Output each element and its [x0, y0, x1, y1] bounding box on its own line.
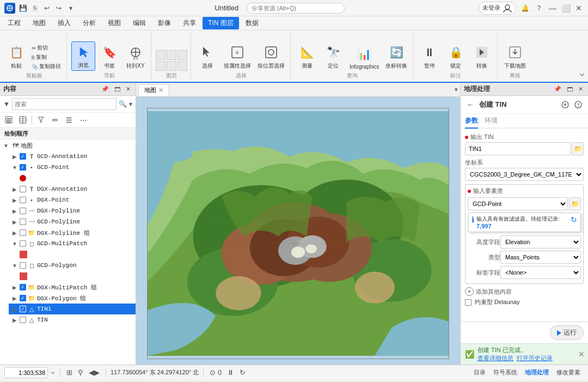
- coord-transform-btn[interactable]: 🔄 坐标转换: [383, 43, 409, 71]
- dgx-point-checkbox[interactable]: [20, 197, 26, 203]
- gcd-multipatch-checkbox[interactable]: [20, 240, 26, 247]
- gcd-polygon-expand[interactable]: ▼: [11, 262, 19, 269]
- dgx-polyline-group-checkbox[interactable]: [20, 229, 26, 236]
- more-options-btn[interactable]: ⋯: [77, 114, 90, 126]
- menu-analysis[interactable]: 分析: [77, 17, 101, 29]
- login-btn[interactable]: 未登录: [479, 2, 516, 15]
- dgx-multipatch-group-expand[interactable]: ▶: [11, 283, 19, 291]
- download-map-btn[interactable]: 下载地图: [502, 43, 528, 71]
- gcd-point-expand[interactable]: ▼: [11, 163, 19, 171]
- dgx-annotation-expand[interactable]: ▶: [11, 185, 19, 193]
- menu-share[interactable]: 共享: [177, 17, 201, 29]
- goto-xy-btn[interactable]: XY 转到XY: [124, 43, 148, 71]
- geo-tab-params[interactable]: 参数: [465, 114, 478, 129]
- tree-item-map[interactable]: ▼ 🗺 地图: [0, 140, 136, 151]
- dgx-point-expand[interactable]: ▶: [11, 196, 19, 204]
- tree-item-dgx-annotation[interactable]: ▶ T DGX-Annotation: [9, 184, 136, 195]
- gcd-annotation-expand[interactable]: ▶: [11, 153, 19, 160]
- geoprocessing-pin-btn[interactable]: 📌: [552, 85, 563, 93]
- undo-btn[interactable]: ↩: [41, 3, 52, 14]
- layer-icon-3[interactable]: [177, 50, 187, 60]
- input-features-select[interactable]: GCD-Point: [468, 197, 568, 210]
- infographics-btn[interactable]: 📊 Infographics: [347, 44, 381, 71]
- tree-item-tin[interactable]: ▶ △ TIN: [9, 314, 136, 325]
- cut-btn[interactable]: ✂ 剪切: [29, 44, 50, 52]
- tree-item-gcd-multipatch[interactable]: ▼ ◻ GCD-MultiPatch: [9, 238, 136, 249]
- refresh-map-btn[interactable]: ↻: [238, 368, 247, 377]
- menu-edit[interactable]: 编辑: [127, 17, 151, 29]
- menu-insert[interactable]: 插入: [52, 17, 76, 29]
- layer-icon-6[interactable]: [177, 61, 187, 71]
- geo-tab-environment[interactable]: 环境: [485, 114, 498, 129]
- tree-item-tin1[interactable]: ▶ ✓ △ TIN1: [9, 304, 136, 314]
- tree-item-dgx-multipatch-group[interactable]: ▶ ✓ 📁 DGX-MultiPatch 组: [9, 282, 136, 293]
- dgx-polygon-group-expand[interactable]: ▶: [11, 294, 19, 302]
- locate-btn[interactable]: 🔭 定位: [321, 43, 345, 71]
- dgx-multipatch-group-checkbox[interactable]: ✓: [20, 284, 26, 290]
- geo-help-btn[interactable]: ?: [573, 99, 584, 110]
- pause-render-btn[interactable]: ⏸: [225, 368, 236, 377]
- select-by-loc-btn[interactable]: 按位置选择: [255, 43, 287, 71]
- layer-icon-5[interactable]: [167, 61, 176, 71]
- help-btn[interactable]: ?: [534, 3, 544, 14]
- copy-btn[interactable]: ⎘ 复制: [29, 53, 49, 62]
- tin-checkbox[interactable]: [20, 317, 26, 323]
- success-history-link[interactable]: 打开历史记录: [517, 354, 553, 362]
- geo-back-btn[interactable]: ←: [465, 99, 476, 110]
- tree-item-dgx-polyline[interactable]: ▶ 〰 DGX-Polyline: [9, 205, 136, 216]
- map-canvas[interactable]: [136, 97, 460, 365]
- geo-add-btn[interactable]: [560, 99, 571, 110]
- map-dropdown-btn[interactable]: ▾: [455, 86, 458, 93]
- minimize-btn[interactable]: —: [548, 3, 558, 13]
- close-btn[interactable]: ✕: [574, 3, 584, 13]
- menu-view[interactable]: 视图: [102, 17, 126, 29]
- type-select[interactable]: Mass_Points: [500, 251, 581, 264]
- pin-panel-btn[interactable]: 📌: [100, 85, 111, 93]
- menu-data[interactable]: 数据: [240, 17, 264, 29]
- layer-icon-2[interactable]: [167, 50, 176, 60]
- geoprocessing-close-btn[interactable]: ✕: [577, 85, 585, 93]
- copy-quick-btn[interactable]: ⎘: [29, 3, 40, 14]
- scale-input[interactable]: [4, 367, 48, 378]
- pause-btn[interactable]: ⏸ 暂停: [418, 43, 442, 71]
- layer-icon-4[interactable]: [156, 61, 166, 71]
- scale-dropdown-icon[interactable]: [50, 370, 56, 375]
- coordinate-system-select[interactable]: CGCS2000_3_Degree_GK_CM_117E: [465, 168, 584, 181]
- success-detail-link[interactable]: 查看详细信息: [477, 354, 513, 362]
- bookmark-btn[interactable]: 🔖 书签: [97, 43, 121, 71]
- output-tin-input[interactable]: [465, 142, 571, 155]
- tree-item-gcd-annotation[interactable]: ▶ ✓ T GCD-Annotation: [9, 151, 136, 162]
- tree-item-gcd-polygon[interactable]: ▼ ◻ GCD-Polygon: [9, 260, 136, 271]
- tree-item-dgx-polyline-group[interactable]: ▶ 📁 DGX-Polyline 组: [9, 227, 136, 238]
- tin1-expand[interactable]: ▶: [11, 305, 19, 313]
- gcd-polyline-expand[interactable]: ▶: [11, 218, 19, 226]
- copy-path-btn[interactable]: 📎 复制路径: [29, 62, 63, 71]
- gcd-polyline-checkbox[interactable]: [20, 219, 26, 225]
- table-view-btn[interactable]: [16, 114, 29, 126]
- zoom-percent-btn[interactable]: ⊙ 0: [208, 368, 223, 377]
- output-tin-folder-btn[interactable]: 📁: [572, 142, 584, 155]
- select-by-attr-btn[interactable]: ≡ 按属性选择: [222, 43, 253, 71]
- dgx-annotation-checkbox[interactable]: [20, 186, 26, 192]
- convert-btn[interactable]: 转换: [470, 43, 494, 71]
- layer-search-input[interactable]: [12, 98, 117, 110]
- geoprocessing-tab[interactable]: 地理处理: [522, 368, 552, 377]
- gcd-annotation-checkbox[interactable]: ✓: [20, 153, 26, 160]
- global-search-input[interactable]: [247, 3, 345, 14]
- gcd-multipatch-expand[interactable]: ▼: [11, 240, 19, 247]
- measure-btn[interactable]: 📐 测量: [295, 43, 319, 71]
- constraint-checkbox[interactable]: [465, 299, 471, 306]
- layer-icon-1[interactable]: [156, 50, 166, 60]
- redo-btn[interactable]: ↪: [53, 3, 64, 14]
- refresh-icon[interactable]: ↻: [571, 215, 577, 224]
- tin1-checkbox[interactable]: ✓: [20, 306, 26, 312]
- edit-features-tab[interactable]: 修改要素: [553, 368, 584, 377]
- catalog-tab[interactable]: 目录: [470, 368, 489, 377]
- menu-tin[interactable]: TIN 图层: [203, 17, 239, 29]
- dgx-polygon-group-checkbox[interactable]: ✓: [20, 295, 26, 301]
- map-expand[interactable]: ▼: [2, 142, 10, 149]
- gcd-polygon-checkbox[interactable]: [20, 262, 26, 269]
- edit-layer-btn[interactable]: ✏: [48, 114, 62, 126]
- filter-btn[interactable]: [34, 114, 47, 126]
- tag-select[interactable]: <None>: [500, 266, 581, 279]
